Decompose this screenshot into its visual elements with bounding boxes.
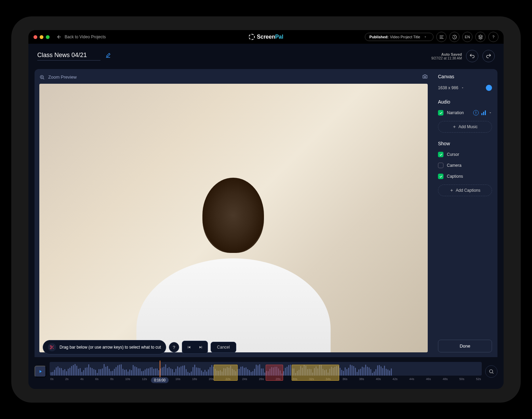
timeline-tick: 46s xyxy=(426,377,431,381)
zoom-icon xyxy=(39,75,45,80)
autosave-time: 9/27/22 at 11:38 AM xyxy=(431,56,462,60)
canvas-size-row[interactable]: 1638 x 986 xyxy=(438,85,492,91)
snapshot-button[interactable] xyxy=(422,74,428,80)
cut-help-button[interactable]: ? xyxy=(169,342,179,352)
cursor-row: Cursor xyxy=(438,152,492,157)
check-icon xyxy=(439,175,443,178)
timeline-tick: 4s xyxy=(80,377,84,381)
captions-checkbox[interactable] xyxy=(438,174,443,179)
history-icon xyxy=(452,35,457,40)
undo-button[interactable] xyxy=(466,50,478,62)
timeline-tick: 52s xyxy=(476,377,481,381)
show-section-title: Show xyxy=(438,141,492,146)
scissors-icon-wrap xyxy=(48,343,56,351)
layers-icon xyxy=(478,35,483,40)
svg-point-1 xyxy=(424,76,426,78)
publish-dropdown[interactable]: Published: Video Project Title xyxy=(365,33,434,41)
autosave-label: Auto Saved xyxy=(431,52,462,56)
cursor-label: Cursor xyxy=(447,152,459,157)
layers-button[interactable] xyxy=(475,32,486,42)
back-label: Back to Video Projects xyxy=(65,35,106,39)
audio-level-icon[interactable] xyxy=(481,110,486,115)
timeline-tick: 2s xyxy=(65,377,69,381)
language-button[interactable]: EN xyxy=(462,32,473,42)
done-button[interactable]: Done xyxy=(438,340,492,352)
maximize-window-icon[interactable] xyxy=(46,35,50,39)
brand-text-1: Screen xyxy=(257,34,275,40)
video-preview[interactable] xyxy=(39,84,428,352)
properties-panel: Canvas 1638 x 986 Audio Narration ! Add … xyxy=(433,69,497,357)
list-button[interactable] xyxy=(436,32,447,42)
cancel-button[interactable]: Cancel xyxy=(211,342,236,353)
cut-instruction-pill: Drag bar below (or use arrow keys) to se… xyxy=(43,340,166,354)
edit-title-button[interactable] xyxy=(105,53,111,59)
add-captions-button[interactable]: Add Captions xyxy=(438,185,492,196)
timeline-tick: 50s xyxy=(459,377,464,381)
timeline-tick: 36s xyxy=(342,377,347,381)
cut-nav-buttons xyxy=(182,341,208,354)
timeline-tick: 20s xyxy=(209,377,214,381)
redo-button[interactable] xyxy=(482,50,495,62)
timeline-tick: 18s xyxy=(192,377,197,381)
prev-frame-button[interactable] xyxy=(184,342,195,352)
project-bar-right: Auto Saved 9/27/22 at 11:38 AM xyxy=(431,50,495,62)
check-icon xyxy=(439,153,443,157)
add-captions-label: Add Captions xyxy=(456,188,480,193)
search-icon xyxy=(489,369,494,374)
chevron-down-icon[interactable] xyxy=(489,111,492,114)
timeline-tick: 12s xyxy=(142,377,147,381)
canvas-size-value: 1638 x 986 xyxy=(438,85,458,90)
timeline-segment-yellow-2[interactable] xyxy=(292,365,339,381)
captions-label: Captions xyxy=(447,174,463,179)
edit-icon xyxy=(105,53,111,58)
project-bar: Class News 04/21 Auto Saved 9/27/22 at 1… xyxy=(28,44,504,66)
topbar: Back to Video Projects ScreenPal Publish… xyxy=(28,30,504,44)
cursor-checkbox[interactable] xyxy=(438,152,443,157)
timeline-tick: 26s xyxy=(259,377,264,381)
arrow-left-icon xyxy=(56,34,62,40)
close-window-icon[interactable] xyxy=(34,35,37,39)
timeline-segment-red[interactable] xyxy=(266,365,283,381)
camera-checkbox[interactable] xyxy=(438,163,443,168)
project-title: Class News 04/21 xyxy=(37,52,101,60)
playhead-time-badge: 0:16:00 xyxy=(151,377,169,383)
play-icon xyxy=(38,369,43,374)
cut-toolbar: Drag bar below (or use arrow keys) to se… xyxy=(43,340,236,354)
info-icon[interactable]: ! xyxy=(473,110,479,116)
timeline[interactable]: 0:16:00 0s2s4s6s8s10s12s14s16s18s20s22s2… xyxy=(50,362,482,381)
timeline-tick: 10s xyxy=(125,377,130,381)
timeline-tick: 40s xyxy=(376,377,381,381)
minimize-window-icon[interactable] xyxy=(40,35,43,39)
brand-icon xyxy=(249,34,255,40)
narration-row: Narration ! xyxy=(438,110,492,116)
zoom-preview-label[interactable]: Zoom Preview xyxy=(48,75,77,80)
audio-section-title: Audio xyxy=(438,99,492,105)
back-to-projects-link[interactable]: Back to Video Projects xyxy=(56,34,106,40)
canvas-color-picker[interactable] xyxy=(486,85,492,91)
preview-toolbar: Zoom Preview xyxy=(39,74,428,80)
timeline-segment-yellow-1[interactable] xyxy=(214,365,238,381)
skip-back-icon xyxy=(187,345,191,350)
help-button[interactable]: ? xyxy=(488,32,498,42)
publish-status: Published: xyxy=(369,35,388,39)
add-music-button[interactable]: Add Music xyxy=(438,121,492,133)
list-icon xyxy=(439,35,444,40)
narration-checkbox[interactable] xyxy=(438,110,443,116)
camera-label: Camera xyxy=(447,163,462,168)
next-frame-button[interactable] xyxy=(195,342,206,352)
publish-title: Video Project Title xyxy=(390,35,420,39)
history-button[interactable] xyxy=(449,32,460,42)
timeline-tick: 42s xyxy=(393,377,398,381)
app-screen: Back to Video Projects ScreenPal Publish… xyxy=(28,30,504,389)
brand-text-2: Pal xyxy=(275,34,283,40)
svg-point-4 xyxy=(490,369,493,373)
play-button[interactable] xyxy=(35,366,46,377)
chevron-down-icon xyxy=(424,35,427,39)
svg-point-2 xyxy=(50,346,52,347)
timeline-zoom-button[interactable] xyxy=(485,365,497,378)
camera-icon xyxy=(422,74,428,79)
timeline-tick: 44s xyxy=(409,377,414,381)
timeline-tick: 6s xyxy=(95,377,99,381)
scissors-icon xyxy=(50,345,54,350)
timeline-tick: 24s xyxy=(242,377,247,381)
